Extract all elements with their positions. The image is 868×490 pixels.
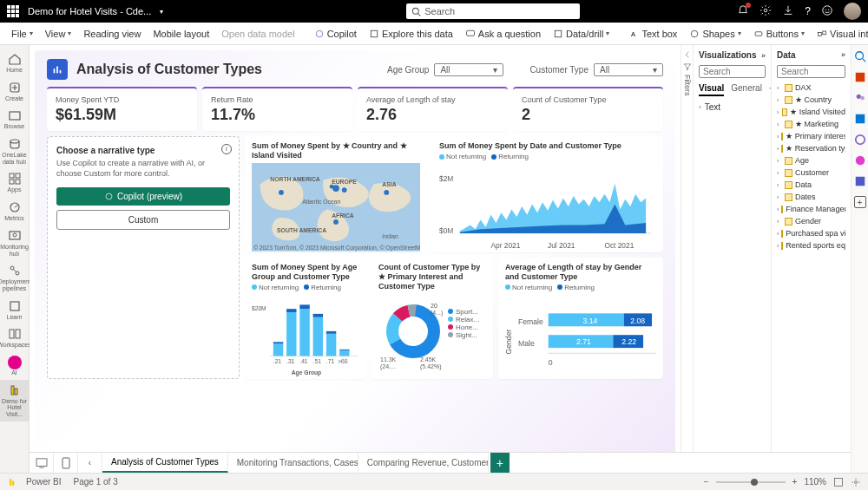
copilot-button[interactable]: Copilot	[310, 27, 361, 41]
svg-text:$2M: $2M	[439, 174, 453, 183]
report-canvas: Analysis of Customer Types Age Group All…	[35, 50, 675, 467]
map-visual[interactable]: Sum of Money Spent by ★ Country and ★ Is…	[245, 136, 427, 252]
data-table-item[interactable]: ›Gender	[777, 215, 845, 227]
kpi-avg-stay[interactable]: Average of Length of stay2.76	[358, 87, 508, 131]
nav-apps[interactable]: Apps	[0, 168, 30, 197]
tab-visual[interactable]: Visual	[699, 83, 724, 96]
fit-page-icon[interactable]	[833, 477, 844, 487]
notifications-icon[interactable]	[737, 4, 749, 18]
ask-question-button[interactable]: Ask a question	[461, 27, 545, 41]
svg-rect-18	[10, 112, 20, 120]
teams-icon[interactable]	[854, 175, 866, 187]
people-icon[interactable]	[854, 92, 866, 104]
download-icon[interactable]	[782, 4, 794, 18]
data-table-item[interactable]: ›★ Reservation type	[777, 142, 845, 154]
page-tab-2[interactable]: Monitoring Transactions, Cases, and Reso…	[228, 453, 358, 473]
data-table-item[interactable]: ›Purchased spa visit	[777, 227, 845, 239]
svg-rect-44	[56, 67, 58, 74]
copilot-narrative-button[interactable]: Copilot (preview)	[56, 187, 230, 206]
data-table-item[interactable]: ›Rented sports equipme...	[777, 239, 845, 252]
add-app-button[interactable]: +	[854, 196, 866, 208]
data-table-item[interactable]: ›★ Marketing	[777, 118, 845, 130]
data-table-item[interactable]: ›Customer	[777, 167, 845, 179]
viz-text-section[interactable]: ›Text	[699, 100, 766, 114]
search-icon[interactable]	[854, 50, 866, 62]
data-table-item[interactable]: ›★ Primary interest	[777, 130, 845, 142]
feedback-icon[interactable]	[821, 4, 833, 18]
chat-icon[interactable]	[854, 154, 866, 167]
data-drill-button[interactable]: Data/drill▾	[549, 27, 614, 41]
nav-monitoring[interactable]: Monitoring hub	[0, 225, 30, 260]
svg-point-53	[330, 184, 334, 188]
file-title[interactable]: Demo for Hotel Visits - Cde...	[28, 6, 151, 16]
nav-ai[interactable]: AI	[0, 352, 30, 380]
data-table-item[interactable]: ›★ Country	[777, 94, 845, 106]
donut-chart-visual[interactable]: Count of Customer Type by ★ Primary Inte…	[372, 258, 493, 379]
page-tab-1[interactable]: Analysis of Customer Types	[102, 453, 228, 473]
add-page-button[interactable]: +	[490, 453, 510, 473]
chevron-right-icon[interactable]: »	[761, 51, 766, 60]
zoom-out-button[interactable]: −	[704, 477, 709, 487]
data-table-item[interactable]: ›Age	[777, 154, 845, 167]
filter-age-group[interactable]: Age Group All▾	[387, 63, 503, 76]
global-search-input[interactable]: Search	[406, 3, 580, 19]
help-icon[interactable]: ?	[805, 5, 811, 17]
kpi-count-ctype[interactable]: Count of Customer Type2	[513, 87, 663, 131]
nav-home[interactable]: Home	[0, 49, 30, 77]
zoom-slider[interactable]	[716, 481, 786, 483]
kpi-return-rate[interactable]: Return Rate11.7%	[202, 87, 352, 131]
open-data-model-button[interactable]: Open data model	[217, 27, 299, 41]
data-search-input[interactable]	[777, 65, 845, 78]
mobile-layout-button[interactable]: Mobile layout	[148, 27, 214, 41]
svg-rect-45	[60, 70, 62, 74]
chevron-down-icon[interactable]: ▾	[160, 8, 163, 16]
loop-icon[interactable]	[854, 134, 866, 146]
tab-general[interactable]: General	[731, 83, 762, 96]
nav-onelake[interactable]: OneLake data hub	[0, 134, 30, 168]
textbox-button[interactable]: AText box	[624, 27, 681, 41]
mobile-layout-button[interactable]	[54, 453, 78, 473]
kpi-money-spent[interactable]: Money Spent YTD$61.59M	[47, 87, 197, 131]
svg-rect-118	[835, 478, 843, 486]
data-table-item[interactable]: ›Data	[777, 179, 845, 191]
custom-narrative-button[interactable]: Custom	[56, 210, 230, 230]
nav-create[interactable]: Create	[0, 77, 30, 106]
filter-customer-type[interactable]: Customer Type All▾	[529, 63, 663, 76]
user-avatar[interactable]	[844, 3, 861, 20]
view-menu[interactable]: View▾	[41, 27, 76, 41]
task-icon[interactable]	[854, 71, 866, 83]
data-table-item[interactable]: ›DAX	[777, 82, 845, 94]
nav-metrics[interactable]: Metrics	[0, 197, 30, 225]
filters-pane-collapsed[interactable]: Filters	[681, 45, 693, 473]
nav-browse[interactable]: Browse	[0, 105, 30, 134]
nav-learn[interactable]: Learn	[0, 296, 30, 324]
zoom-in-button[interactable]: +	[792, 477, 798, 487]
info-icon[interactable]: i	[221, 144, 232, 154]
hbar-chart-visual[interactable]: Average of Length of stay by Gender and …	[498, 258, 663, 379]
viz-search-input[interactable]	[699, 65, 766, 78]
nav-workspaces[interactable]: Workspaces	[0, 323, 30, 352]
app-launcher-icon[interactable]	[7, 5, 19, 17]
data-table-item[interactable]: ›Finance Manager	[777, 203, 845, 215]
buttons-button[interactable]: Buttons▾	[749, 27, 809, 41]
outlook-icon[interactable]	[854, 113, 866, 125]
explore-data-button[interactable]: Explore this data	[365, 27, 457, 41]
shapes-button[interactable]: Shapes▾	[685, 27, 745, 41]
data-table-item[interactable]: ›★ Island Visited	[777, 106, 845, 118]
nav-deployment[interactable]: Deployment pipelines	[0, 260, 30, 295]
file-menu[interactable]: File▾	[7, 27, 37, 41]
prev-page-button[interactable]: ‹	[78, 453, 102, 473]
line-chart-visual[interactable]: Sum of Money Spent by Date and Customer …	[432, 136, 663, 252]
desktop-layout-button[interactable]	[30, 453, 54, 473]
smart-narrative-visual[interactable]: i Choose a narrative type Use Copilot to…	[47, 136, 240, 379]
data-pane: Data» ›DAX›★ Country›★ Island Visited›★ …	[771, 45, 851, 473]
visual-interactions-button[interactable]: Visual interactions▾	[812, 27, 868, 41]
settings-icon[interactable]	[851, 477, 861, 487]
data-table-item[interactable]: ›Dates	[777, 191, 845, 203]
reading-view-button[interactable]: Reading view	[79, 27, 145, 41]
settings-icon[interactable]	[760, 4, 772, 18]
page-tab-3[interactable]: Comparing Revenue, Customer Satisfaction…	[358, 453, 489, 473]
bar-chart-visual[interactable]: Sum of Money Spent by Age Group and Cust…	[245, 258, 366, 379]
nav-current-report[interactable]: Demo for Hotel Visit...	[0, 380, 30, 421]
chevron-right-icon[interactable]: »	[841, 50, 845, 60]
